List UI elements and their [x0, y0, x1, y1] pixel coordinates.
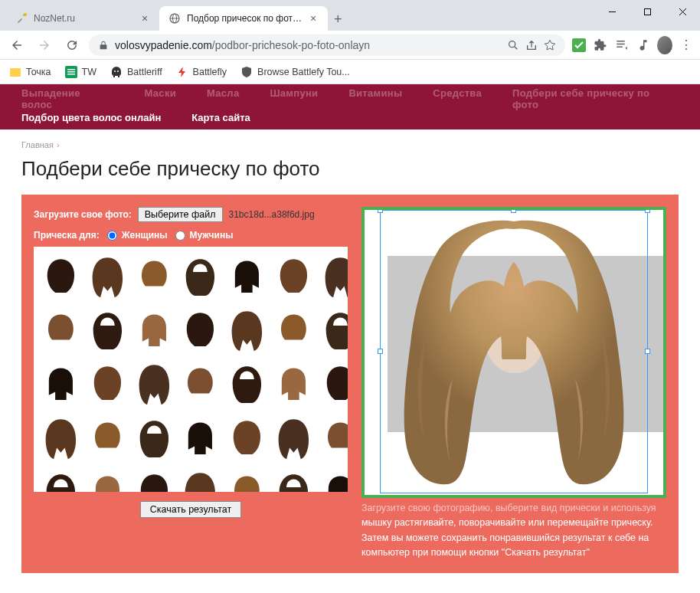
hair-thumb[interactable]	[319, 468, 348, 492]
bookmark-tochka[interactable]: Точка	[9, 66, 51, 78]
hair-thumb[interactable]	[87, 468, 129, 492]
minimize-button[interactable]	[594, 0, 630, 23]
extension-music-icon[interactable]	[636, 38, 651, 53]
hair-thumb[interactable]	[319, 306, 348, 355]
hair-thumb[interactable]	[226, 468, 268, 492]
tab-title: Подбор причесок по фото онла	[187, 13, 302, 24]
hair-overlay[interactable]	[380, 210, 648, 493]
hair-thumb[interactable]	[133, 414, 175, 464]
close-icon[interactable]: ×	[308, 13, 319, 24]
hair-thumb[interactable]	[226, 360, 268, 409]
hair-thumb[interactable]	[319, 360, 348, 409]
tab-noznet[interactable]: NozNet.ru ×	[6, 6, 159, 31]
tab-title: NozNet.ru	[34, 13, 133, 24]
address-bar[interactable]: volosvypadenie.com/podbor-prichesok-po-f…	[89, 34, 565, 56]
lock-icon	[98, 40, 109, 51]
label-female[interactable]: Женщины	[122, 230, 168, 241]
preview-canvas[interactable]	[361, 207, 666, 498]
hair-thumb[interactable]	[319, 253, 348, 302]
hair-thumb[interactable]	[133, 468, 175, 492]
extensions-row: ⋮	[571, 38, 694, 53]
sheets-icon	[65, 66, 77, 78]
choose-file-button[interactable]: Выберите файл	[138, 207, 223, 222]
hair-thumb[interactable]	[273, 360, 315, 409]
label-male[interactable]: Мужчины	[190, 230, 234, 241]
nav-link[interactable]: Витамины	[348, 87, 402, 110]
svg-rect-14	[10, 68, 21, 77]
hair-thumb[interactable]	[133, 306, 175, 355]
nav-link[interactable]: Шампуни	[270, 87, 318, 110]
extension-check-icon[interactable]	[571, 38, 587, 53]
back-button[interactable]	[6, 34, 28, 56]
browser-toolbar: volosvypadenie.com/podbor-prichesok-po-f…	[0, 31, 700, 60]
hair-thumb[interactable]	[179, 306, 221, 355]
bookmark-battleriff[interactable]: Battleriff	[110, 66, 162, 78]
hair-thumb[interactable]	[273, 414, 315, 464]
hair-thumb[interactable]	[87, 253, 129, 302]
download-button[interactable]: Скачать результат	[140, 501, 241, 518]
hair-thumb[interactable]	[273, 253, 315, 302]
close-icon[interactable]: ×	[139, 13, 150, 24]
new-tab-button[interactable]: +	[328, 8, 348, 31]
avatar[interactable]	[657, 38, 672, 53]
svg-rect-13	[617, 46, 623, 48]
close-window-button[interactable]	[665, 0, 700, 23]
hair-thumb[interactable]	[226, 414, 268, 464]
url-text: volosvypadenie.com/podbor-prichesok-po-f…	[115, 39, 501, 51]
reload-button[interactable]	[61, 34, 83, 56]
site-nav: Выпадение волос Маски Масла Шампуни Вита…	[0, 84, 700, 129]
hair-thumb[interactable]	[133, 253, 175, 302]
hair-thumb[interactable]	[40, 253, 82, 302]
hair-thumb[interactable]	[40, 468, 82, 492]
forward-button[interactable]	[34, 34, 55, 56]
nav-link[interactable]: Карта сайта	[191, 112, 250, 123]
hair-thumb[interactable]	[273, 306, 315, 355]
nav-link[interactable]: Маски	[145, 87, 176, 110]
right-panel: Загрузите свою фотографию, выберите вид …	[361, 207, 666, 561]
wrench-screwdriver-icon	[15, 12, 28, 25]
hair-thumb[interactable]	[179, 253, 221, 302]
hair-thumb[interactable]	[40, 360, 82, 409]
nav-link[interactable]: Подбери себе прическу по фото	[512, 87, 679, 110]
hair-thumb[interactable]	[40, 306, 82, 355]
breadcrumb-home[interactable]: Главная	[21, 140, 54, 149]
star-icon[interactable]	[544, 39, 556, 51]
nav-link[interactable]: Выпадение волос	[21, 87, 114, 110]
hair-thumb[interactable]	[179, 414, 221, 464]
bookmark-battlefy[interactable]: Browse Battlefy Tou...	[240, 66, 350, 78]
menu-button[interactable]: ⋮	[679, 38, 694, 53]
hair-thumb[interactable]	[319, 414, 348, 464]
maximize-button[interactable]	[630, 0, 665, 23]
radio-female[interactable]	[107, 231, 117, 241]
nav-link[interactable]: Средства	[433, 87, 482, 110]
hair-thumb[interactable]	[133, 360, 175, 409]
share-icon[interactable]	[525, 39, 538, 51]
reading-list-icon[interactable]	[614, 38, 630, 53]
hair-thumb[interactable]	[273, 468, 315, 492]
hair-thumb[interactable]	[179, 360, 221, 409]
nav-link[interactable]: Подбор цвета волос онлайн	[21, 112, 161, 123]
radio-male[interactable]	[175, 231, 185, 241]
hair-thumb[interactable]	[87, 414, 129, 464]
hair-thumb[interactable]	[40, 414, 82, 464]
hair-thumb[interactable]	[179, 468, 221, 492]
globe-icon	[168, 12, 181, 25]
folder-icon	[9, 66, 21, 78]
page-content[interactable]: Выпадение волос Маски Масла Шампуни Вита…	[0, 84, 700, 593]
hair-thumb[interactable]	[226, 306, 268, 355]
tab-hairstyle[interactable]: Подбор причесок по фото онла ×	[159, 6, 328, 31]
hair-thumb[interactable]	[87, 360, 129, 409]
puzzle-icon[interactable]	[593, 38, 608, 53]
search-icon[interactable]	[507, 39, 519, 51]
nav-link[interactable]: Масла	[207, 87, 239, 110]
bookmark-battlefly[interactable]: Battlefly	[176, 66, 227, 78]
svg-line-9	[515, 47, 517, 49]
bookmark-tw[interactable]: TW	[65, 66, 96, 78]
upload-label: Загрузите свое фото:	[34, 209, 132, 220]
hair-thumb[interactable]	[226, 253, 268, 302]
hairstyle-grid[interactable]	[34, 247, 348, 492]
svg-rect-12	[617, 43, 625, 44]
bookmarks-bar: Точка TW Battleriff Battlefly Browse Bat…	[0, 60, 700, 84]
hair-thumb[interactable]	[87, 306, 129, 355]
left-panel: Загрузите свое фото: Выберите файл 31bc1…	[34, 207, 348, 561]
